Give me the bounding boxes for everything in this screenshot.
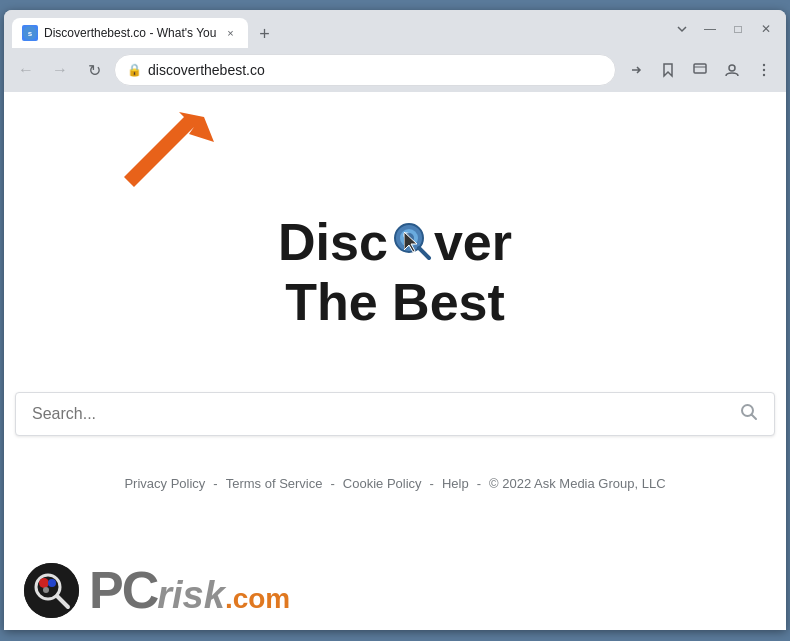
window-controls: — □ ✕ <box>670 17 778 41</box>
risk-text: risk <box>157 574 225 617</box>
reload-button[interactable]: ↻ <box>80 56 108 84</box>
title-bar: s Discoverthebest.co - What's You × + — … <box>4 10 786 48</box>
tab-manager-button[interactable] <box>686 56 714 84</box>
search-icon <box>740 403 758 425</box>
pcrisk-brand-text: PC risk .com <box>89 560 290 620</box>
help-link[interactable]: Help <box>442 476 469 491</box>
cookie-policy-link[interactable]: Cookie Policy <box>343 476 422 491</box>
menu-button[interactable] <box>750 56 778 84</box>
footer-sep4: - <box>477 476 481 491</box>
browser-window: s Discoverthebest.co - What's You × + — … <box>4 10 786 630</box>
mouse-cursor <box>404 232 422 259</box>
new-tab-button[interactable]: + <box>250 20 278 48</box>
svg-marker-9 <box>124 112 214 187</box>
copyright-text: © 2022 Ask Media Group, LLC <box>489 476 666 491</box>
pcrisk-icon-svg <box>24 563 79 618</box>
tab-strip: s Discoverthebest.co - What's You × + <box>12 10 666 48</box>
com-text: .com <box>225 583 290 615</box>
tab-close-button[interactable]: × <box>222 25 238 41</box>
svg-text:s: s <box>28 29 33 38</box>
svg-point-23 <box>43 587 49 593</box>
svg-line-17 <box>752 415 757 420</box>
share-button[interactable] <box>622 56 650 84</box>
svg-point-5 <box>729 65 735 71</box>
footer-sep2: - <box>331 476 335 491</box>
lock-icon: 🔒 <box>127 63 142 77</box>
active-tab[interactable]: s Discoverthebest.co - What's You × <box>12 18 248 48</box>
footer-sep3: - <box>430 476 434 491</box>
bookmark-button[interactable] <box>654 56 682 84</box>
profile-button[interactable] <box>718 56 746 84</box>
back-button[interactable]: ← <box>12 56 40 84</box>
address-bar[interactable]: 🔒 <box>114 54 616 86</box>
search-bar[interactable] <box>15 392 775 436</box>
toolbar-icons <box>622 56 778 84</box>
minimize-button[interactable]: — <box>698 17 722 41</box>
privacy-policy-link[interactable]: Privacy Policy <box>124 476 205 491</box>
logo-discover-before: Disc <box>278 212 388 272</box>
cursor-icon <box>404 232 422 254</box>
page-content: Disc ver The Best <box>4 92 786 630</box>
search-input[interactable] <box>32 405 740 423</box>
footer-sep1: - <box>213 476 217 491</box>
tab-favicon: s <box>22 25 38 41</box>
svg-point-8 <box>763 74 765 76</box>
toolbar: ← → ↻ 🔒 <box>4 48 786 92</box>
svg-point-18 <box>24 563 79 618</box>
address-input[interactable] <box>148 62 603 78</box>
logo-line2: The Best <box>278 272 512 332</box>
svg-point-21 <box>39 578 49 588</box>
tab-title: Discoverthebest.co - What's You <box>44 26 216 40</box>
svg-point-6 <box>763 64 765 66</box>
footer: Privacy Policy - Terms of Service - Cook… <box>124 476 665 491</box>
svg-rect-3 <box>694 64 706 73</box>
terms-of-service-link[interactable]: Terms of Service <box>226 476 323 491</box>
svg-point-22 <box>48 579 56 587</box>
forward-button[interactable]: → <box>46 56 74 84</box>
pc-text: PC <box>89 560 157 620</box>
pcrisk-watermark: PC risk .com <box>4 550 310 630</box>
svg-marker-2 <box>664 64 672 76</box>
pcrisk-logo-icon <box>24 563 79 618</box>
orange-arrow-icon <box>124 112 214 202</box>
logo-line1: Disc ver <box>278 212 512 272</box>
maximize-button[interactable]: □ <box>726 17 750 41</box>
close-button[interactable]: ✕ <box>754 17 778 41</box>
tab-search-control[interactable] <box>670 17 694 41</box>
svg-marker-10 <box>404 232 417 252</box>
logo-discover-after: ver <box>434 212 512 272</box>
svg-point-7 <box>763 69 765 71</box>
logo-area: Disc ver The Best <box>278 212 512 332</box>
